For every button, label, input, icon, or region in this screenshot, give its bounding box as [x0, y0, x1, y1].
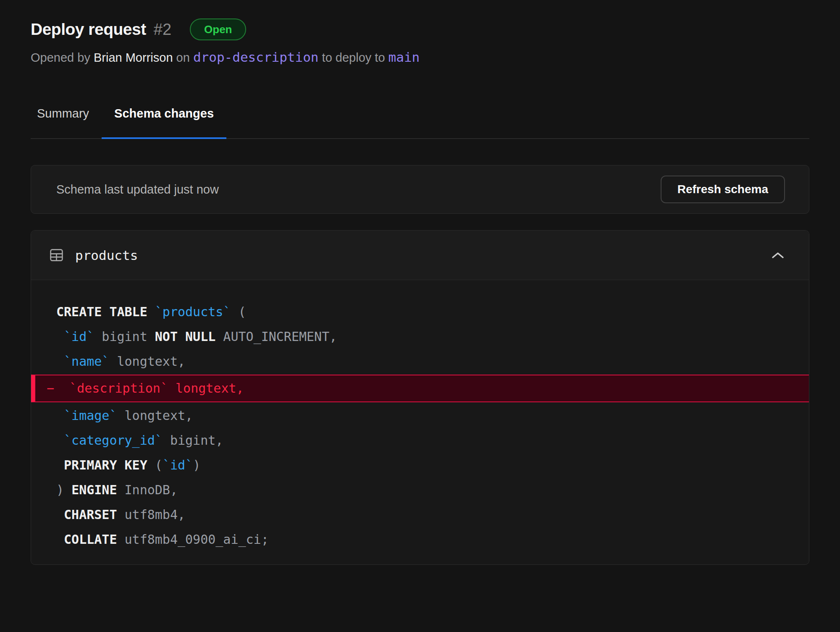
page-header: Deploy request #2 Open: [31, 18, 809, 40]
subtitle-middle: to deploy to: [322, 51, 385, 64]
refresh-schema-button[interactable]: Refresh schema: [661, 176, 785, 203]
sql-line: `category_id` bigint,: [31, 428, 809, 453]
tab-bar: Summary Schema changes: [31, 107, 809, 139]
schema-table-card: products CREATE TABLE `products` ( `id` …: [31, 230, 809, 565]
sql-line: CHARSET utf8mb4,: [31, 502, 809, 527]
table-icon: [49, 247, 64, 263]
sql-line: `image` longtext,: [31, 403, 809, 428]
tab-summary[interactable]: Summary: [31, 107, 102, 138]
chevron-up-icon[interactable]: [771, 251, 785, 260]
schema-status-text: Schema last updated just now: [56, 183, 219, 197]
table-name: products: [75, 248, 138, 263]
sql-line: PRIMARY KEY (`id`): [31, 453, 809, 477]
request-number: #2: [154, 21, 171, 39]
target-branch-link[interactable]: main: [388, 50, 420, 65]
author-name: Brian Morrison: [94, 51, 173, 64]
sql-line: COLLATE utf8mb4_0900_ai_ci;: [31, 527, 809, 552]
sql-line: ) ENGINE InnoDB,: [31, 477, 809, 502]
status-badge: Open: [190, 18, 246, 40]
deploy-request-page: Deploy request #2 Open Opened by Brian M…: [0, 0, 840, 632]
table-card-header[interactable]: products: [31, 231, 809, 280]
source-branch-link[interactable]: drop-description: [193, 50, 319, 65]
sql-code-block: CREATE TABLE `products` ( `id` bigint NO…: [31, 280, 809, 564]
tab-schema-changes[interactable]: Schema changes: [102, 107, 226, 138]
page-title: Deploy request: [31, 20, 146, 39]
sql-line-deleted: − `description` longtext,: [31, 375, 809, 402]
sql-line: `name` longtext,: [31, 349, 809, 374]
subtitle: Opened by Brian Morrison on drop-descrip…: [31, 50, 809, 65]
schema-status-card: Schema last updated just now Refresh sch…: [31, 165, 809, 214]
subtitle-prefix: Opened by: [31, 51, 90, 64]
subtitle-on: on: [176, 51, 190, 64]
sql-line: CREATE TABLE `products` (: [31, 299, 809, 324]
sql-line: `id` bigint NOT NULL AUTO_INCREMENT,: [31, 324, 809, 349]
